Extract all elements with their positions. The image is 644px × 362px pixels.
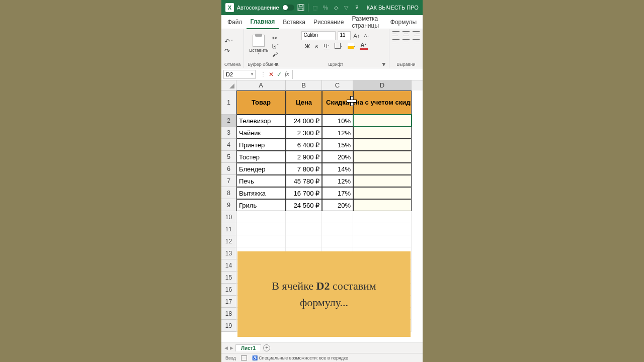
ribbon-tab-2[interactable]: Вставка xyxy=(279,15,309,29)
align-left-icon[interactable] xyxy=(392,39,399,44)
increase-font-icon[interactable]: A↑ xyxy=(353,33,361,39)
cell[interactable] xyxy=(322,235,353,247)
format-painter-button[interactable]: 🖌 xyxy=(272,51,279,58)
cell[interactable] xyxy=(353,223,412,235)
qat-icon-2[interactable]: % xyxy=(321,4,329,12)
cell[interactable]: Гриль xyxy=(236,199,286,211)
ribbon-tab-5[interactable]: Формулы xyxy=(386,15,421,29)
redo-button[interactable]: ↷ xyxy=(224,47,233,55)
row-header[interactable]: 9 xyxy=(221,199,236,211)
cell[interactable]: 45 780 ₽ xyxy=(286,175,322,187)
cell[interactable]: 7 800 ₽ xyxy=(286,163,322,175)
save-icon[interactable] xyxy=(297,4,305,12)
align-middle-icon[interactable] xyxy=(403,31,410,36)
border-button[interactable]: ˅ xyxy=(334,43,344,50)
enter-icon[interactable]: ✓ xyxy=(277,71,282,78)
cut-button[interactable]: ✂ xyxy=(272,35,279,42)
row-header[interactable]: 6 xyxy=(221,163,236,175)
row-header[interactable]: 12 xyxy=(221,235,236,247)
cell[interactable]: Принтер xyxy=(236,139,286,151)
row-header[interactable]: 4 xyxy=(221,139,236,151)
cell[interactable] xyxy=(353,199,412,211)
column-header-A[interactable]: A xyxy=(236,80,286,90)
formula-input[interactable] xyxy=(292,70,423,79)
decrease-font-icon[interactable]: A↓ xyxy=(363,33,370,38)
cell[interactable] xyxy=(353,211,412,223)
cell[interactable] xyxy=(353,139,412,151)
cell[interactable]: 10% xyxy=(322,115,353,127)
cell[interactable]: 20% xyxy=(322,199,353,211)
cell[interactable] xyxy=(353,163,412,175)
table-header-cell[interactable]: Товар xyxy=(236,90,286,115)
cancel-icon[interactable]: ✕ xyxy=(269,71,274,78)
cell[interactable]: Телевизор xyxy=(236,115,286,127)
column-header-D[interactable]: D xyxy=(353,80,412,90)
cell[interactable]: 20% xyxy=(322,151,353,163)
sheet-nav-prev-icon[interactable]: ◀ xyxy=(224,345,228,350)
ribbon-tab-4[interactable]: Разметка страницы xyxy=(348,15,386,29)
formula-menu-icon[interactable]: ⋮ xyxy=(261,71,266,77)
paste-button[interactable]: Вставить ˅ xyxy=(247,35,270,57)
row-header[interactable]: 13 xyxy=(221,247,236,259)
cell[interactable]: Печь xyxy=(236,175,286,187)
font-dialog-icon[interactable]: ⯆ xyxy=(382,62,386,67)
cell[interactable] xyxy=(286,211,322,223)
cell[interactable]: 2 900 ₽ xyxy=(286,151,322,163)
cell[interactable]: 24 560 ₽ xyxy=(286,199,322,211)
row-header[interactable]: 1 xyxy=(221,90,236,115)
eraser-icon[interactable]: ◇ xyxy=(332,4,340,12)
row-header[interactable]: 11 xyxy=(221,223,236,235)
clipboard-dialog-icon[interactable]: ⯆ xyxy=(275,62,279,67)
underline-button[interactable]: Ч˅ xyxy=(323,43,330,49)
qat-icon-1[interactable]: ⬚ xyxy=(311,4,318,12)
cell[interactable] xyxy=(236,235,286,247)
add-sheet-button[interactable]: + xyxy=(263,344,270,351)
cell[interactable]: Чайник xyxy=(236,127,286,139)
filter-icon[interactable]: ▽ xyxy=(343,4,350,12)
row-header[interactable]: 17 xyxy=(221,296,236,308)
cell[interactable] xyxy=(353,127,412,139)
align-top-icon[interactable] xyxy=(392,31,399,36)
cell[interactable]: Блендер xyxy=(236,163,286,175)
table-header-cell[interactable]: Цена xyxy=(286,90,322,115)
qat-customize-icon[interactable]: ⊽ xyxy=(353,4,361,12)
align-center-icon[interactable] xyxy=(403,39,410,44)
cell[interactable]: 17% xyxy=(322,187,353,199)
cell[interactable] xyxy=(353,151,412,163)
row-header[interactable]: 18 xyxy=(221,308,236,320)
select-all-corner[interactable] xyxy=(221,80,236,90)
font-size-select[interactable]: 11 xyxy=(338,31,351,40)
row-header[interactable]: 15 xyxy=(221,272,236,284)
cell[interactable] xyxy=(236,211,286,223)
macro-record-icon[interactable] xyxy=(241,355,247,360)
row-header[interactable]: 10 xyxy=(221,211,236,223)
cell[interactable]: 12% xyxy=(322,175,353,187)
cell[interactable]: 12% xyxy=(322,127,353,139)
row-header[interactable]: 16 xyxy=(221,284,236,296)
column-header-B[interactable]: B xyxy=(286,80,322,90)
undo-button[interactable]: ↶˅ xyxy=(224,38,233,45)
fill-color-button[interactable]: ˅ xyxy=(347,43,357,50)
bold-button[interactable]: Ж xyxy=(304,43,311,49)
align-bottom-icon[interactable] xyxy=(413,31,420,36)
ribbon-tab-3[interactable]: Рисование xyxy=(309,15,348,29)
row-header[interactable]: 14 xyxy=(221,259,236,272)
cell[interactable]: Вытяжка xyxy=(236,187,286,199)
row-header[interactable]: 2 xyxy=(221,115,236,127)
cell[interactable] xyxy=(353,115,412,127)
font-name-select[interactable]: Calibri xyxy=(301,31,336,40)
cell[interactable]: 16 700 ₽ xyxy=(286,187,322,199)
sheet-tab[interactable]: Лист1 xyxy=(235,344,261,351)
row-header[interactable]: 3 xyxy=(221,127,236,139)
italic-button[interactable]: К xyxy=(314,43,319,49)
cell[interactable]: 24 000 ₽ xyxy=(286,115,322,127)
cell[interactable] xyxy=(286,223,322,235)
cell[interactable]: Тостер xyxy=(236,151,286,163)
font-color-button[interactable]: А˅ xyxy=(360,42,368,50)
ribbon-tab-1[interactable]: Главная xyxy=(247,15,279,29)
cell[interactable] xyxy=(322,223,353,235)
cell[interactable] xyxy=(353,187,412,199)
fx-icon[interactable]: fx xyxy=(285,70,289,78)
cell[interactable]: 15% xyxy=(322,139,353,151)
row-header[interactable]: 19 xyxy=(221,320,236,332)
